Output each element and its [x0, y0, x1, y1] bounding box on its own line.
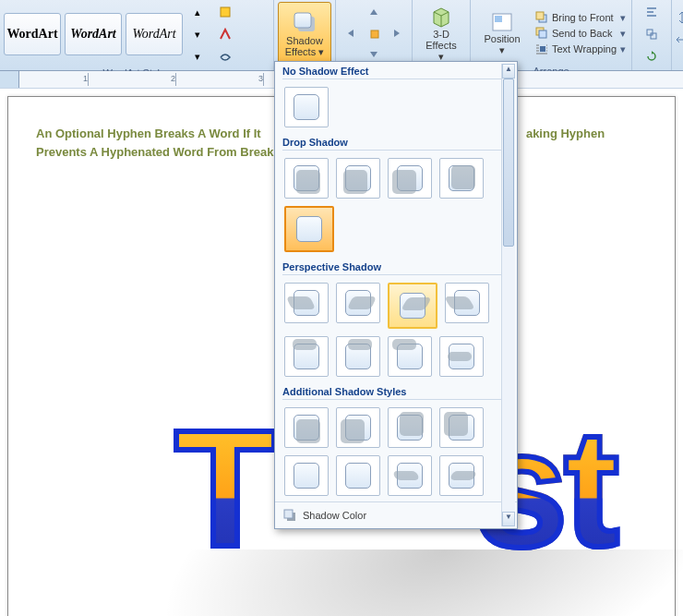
section-perspective: Perspective Shadow: [282, 261, 509, 275]
position-button[interactable]: Position▾: [474, 2, 530, 65]
shadow-effects-dropdown: ▲ ▼ No Shadow Effect Drop Shadow Perspec…: [274, 61, 518, 529]
additional-grid: [275, 402, 517, 501]
height-icon: [676, 11, 683, 24]
svg-rect-7: [536, 12, 544, 19]
drop-shadow-1[interactable]: [284, 158, 329, 199]
ruler-corner: [0, 71, 19, 88]
change-shape-button[interactable]: [214, 46, 236, 66]
svg-rect-10: [540, 46, 545, 52]
position-icon: [490, 11, 514, 33]
section-drop-shadow: Drop Shadow: [282, 137, 509, 151]
threed-effects-button[interactable]: 3-D Effects ▾: [416, 2, 466, 65]
section-additional: Additional Shadow Styles: [282, 386, 509, 400]
group-wordart-styles: WordArt WordArt WordArt ▴ ▾ ▾ WordArt St…: [0, 0, 274, 70]
wordart-style-1[interactable]: WordArt: [4, 13, 61, 55]
svg-rect-12: [651, 33, 656, 39]
group-arrange: Position▾ Bring to Front▾ Send to Back▾ …: [471, 0, 632, 70]
addl-2[interactable]: [336, 407, 380, 448]
group-shadow-nudge: [336, 0, 413, 70]
text-wrapping[interactable]: Text Wrapping▾: [533, 42, 628, 56]
nudge-left[interactable]: [340, 23, 362, 43]
persp-4[interactable]: [445, 283, 489, 323]
group-size: ▲▼ ▲▼ Size: [672, 0, 683, 70]
scroll-thumb[interactable]: [503, 79, 514, 247]
persp-5[interactable]: [284, 336, 329, 377]
cube-icon: [428, 5, 454, 29]
shadow-effects-button[interactable]: Shadow Effects ▾: [278, 2, 331, 65]
addl-5[interactable]: [284, 455, 329, 496]
persp-1[interactable]: [284, 283, 329, 323]
shadow-color-icon: [282, 508, 297, 523]
send-to-back[interactable]: Send to Back▾: [533, 26, 628, 41]
group-label-size: Size: [676, 55, 683, 68]
svg-rect-5: [495, 16, 502, 22]
svg-rect-11: [647, 30, 653, 35]
bring-front-icon: [535, 11, 548, 24]
width-icon: [676, 33, 683, 46]
gallery-row-up[interactable]: ▴: [186, 2, 209, 22]
nudge-up[interactable]: [363, 2, 385, 22]
section-no-shadow: No Shadow Effect: [282, 66, 509, 79]
drop-shadow-5-selected[interactable]: [284, 206, 334, 252]
addl-1[interactable]: [284, 407, 329, 448]
shadow-icon: [291, 9, 318, 35]
dropdown-scrollbar[interactable]: ▲ ▼: [501, 64, 515, 526]
group-3d: 3-D Effects ▾: [413, 0, 471, 70]
group-shadow: Shadow Effects ▾: [274, 0, 336, 70]
drop-shadow-3[interactable]: [388, 158, 432, 199]
drop-shadow-grid: [275, 152, 517, 258]
group-arrange-extra: [632, 0, 672, 70]
shape-outline-button[interactable]: [214, 24, 236, 44]
persp-6[interactable]: [336, 336, 380, 377]
addl-7[interactable]: [388, 455, 432, 496]
rotate-button[interactable]: [641, 46, 663, 66]
svg-rect-0: [221, 7, 230, 17]
gallery-more[interactable]: ▾: [186, 46, 209, 66]
drop-shadow-2[interactable]: [336, 158, 380, 199]
group-button[interactable]: [641, 24, 663, 44]
scroll-down[interactable]: ▼: [502, 512, 515, 526]
wordart-gallery[interactable]: WordArt WordArt WordArt: [4, 13, 183, 55]
svg-rect-9: [539, 30, 546, 38]
align-button[interactable]: [641, 2, 663, 22]
shape-fill-button[interactable]: [214, 2, 236, 22]
addl-8[interactable]: [439, 455, 484, 496]
gallery-row-down[interactable]: ▾: [186, 24, 209, 44]
no-shadow-option[interactable]: [284, 87, 329, 127]
wrap-icon: [535, 42, 548, 55]
perspective-grid: [275, 277, 517, 382]
shadow-color-label: Shadow Color: [303, 510, 366, 521]
persp-8[interactable]: [439, 336, 484, 377]
svg-rect-3: [371, 30, 378, 38]
wordart-style-3[interactable]: WordArt: [126, 13, 183, 55]
scroll-up[interactable]: ▲: [502, 64, 515, 79]
bring-to-front[interactable]: Bring to Front▾: [533, 10, 628, 25]
persp-2[interactable]: [336, 283, 380, 323]
svg-rect-2: [294, 13, 311, 28]
send-back-icon: [535, 27, 548, 40]
persp-3-hover[interactable]: [388, 283, 437, 329]
shadow-effects-label: Shadow Effects ▾: [285, 35, 325, 57]
wordart-style-2[interactable]: WordArt: [65, 13, 122, 55]
svg-rect-14: [284, 510, 293, 518]
shadow-color-menu[interactable]: Shadow Color ▸: [275, 501, 517, 528]
persp-7[interactable]: [388, 336, 432, 377]
addl-3[interactable]: [388, 407, 432, 448]
addl-6[interactable]: [336, 455, 380, 496]
drop-shadow-4[interactable]: [439, 158, 484, 199]
shadow-toggle[interactable]: [363, 23, 385, 43]
addl-4[interactable]: [439, 407, 484, 448]
nudge-right[interactable]: [386, 23, 408, 43]
